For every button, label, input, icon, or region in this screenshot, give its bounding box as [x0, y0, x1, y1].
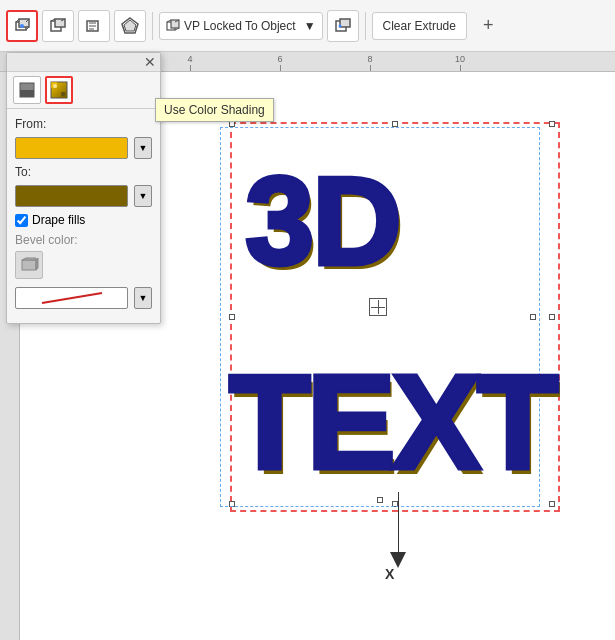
floating-panel: ✕	[6, 52, 161, 324]
svg-point-5	[20, 24, 24, 28]
panel-close-button[interactable]: ✕	[144, 55, 156, 69]
to-color-swatch[interactable]	[15, 185, 128, 207]
bevel-color-label: Bevel color:	[15, 233, 152, 247]
top-toolbar: VP Locked To Object ▼ Clear Extrude +	[0, 0, 615, 52]
vp-x-label: X	[385, 566, 394, 582]
svg-marker-39	[36, 258, 38, 270]
from-color-dropdown[interactable]: ▼	[134, 137, 152, 159]
drape-fills-label: Drape fills	[32, 213, 85, 227]
svg-point-35	[53, 84, 57, 88]
tooltip: Use Color Shading	[155, 98, 274, 122]
ruler-mark-10: 10	[455, 54, 465, 64]
bevel-icon[interactable]	[15, 251, 43, 279]
to-label: To:	[15, 165, 45, 179]
clear-extrude-button[interactable]: Clear Extrude	[372, 12, 467, 40]
svg-point-36	[61, 92, 65, 96]
panel-toolbar	[7, 72, 160, 109]
extrude-btn3[interactable]	[78, 10, 110, 42]
svg-text:TEXT: TEXT	[229, 347, 558, 496]
vp-dropdown[interactable]: VP Locked To Object ▼	[159, 12, 323, 40]
flat-color-btn[interactable]	[13, 76, 41, 104]
svg-rect-22	[340, 19, 350, 27]
bevel-icon-row	[15, 251, 152, 279]
separator1	[152, 12, 153, 40]
line-dropdown[interactable]: ▼	[134, 287, 152, 309]
svg-rect-31	[20, 90, 34, 97]
to-color-row: ▼	[15, 185, 152, 207]
from-row: From:	[15, 117, 152, 131]
extrude-btn5[interactable]	[327, 10, 359, 42]
drape-fills-checkbox[interactable]	[15, 214, 28, 227]
vp-dropdown-arrow: ▼	[304, 19, 316, 33]
vp-line	[398, 492, 399, 552]
vp-dropdown-label: VP Locked To Object	[184, 19, 296, 33]
color-shading-btn[interactable]	[45, 76, 73, 104]
3d-text-graphic: 3D 3D 3D TEXT TEXT TEXT	[220, 112, 560, 512]
ruler-mark-6: 6	[277, 54, 282, 64]
line-color-swatch[interactable]	[15, 287, 128, 309]
svg-rect-17	[171, 20, 179, 28]
svg-marker-38	[22, 258, 36, 260]
from-color-swatch[interactable]	[15, 137, 128, 159]
ruler-mark-4: 4	[187, 54, 192, 64]
extrude-btn2[interactable]	[42, 10, 74, 42]
panel-titlebar: ✕	[7, 53, 160, 72]
ruler-mark-8: 8	[367, 54, 372, 64]
from-color-row: ▼	[15, 137, 152, 159]
add-tool-button[interactable]: +	[483, 15, 494, 36]
line-color-row: ▼	[15, 287, 152, 309]
to-color-dropdown[interactable]: ▼	[134, 185, 152, 207]
to-row: To:	[15, 165, 152, 179]
separator2	[365, 12, 366, 40]
svg-point-23	[338, 24, 341, 27]
svg-line-40	[42, 293, 102, 303]
graphic-container: 3D 3D 3D TEXT TEXT TEXT X	[220, 112, 580, 582]
drape-fills-row: Drape fills	[15, 213, 152, 227]
svg-rect-37	[22, 260, 36, 270]
extrude-tool-btn[interactable]	[6, 10, 38, 42]
panel-body: From: ▼ To: ▼ Drape fills Bevel color:	[7, 109, 160, 323]
tooltip-text: Use Color Shading	[164, 103, 265, 117]
svg-text:3D: 3D	[245, 152, 399, 290]
from-label: From:	[15, 117, 46, 131]
extrude-btn4[interactable]	[114, 10, 146, 42]
